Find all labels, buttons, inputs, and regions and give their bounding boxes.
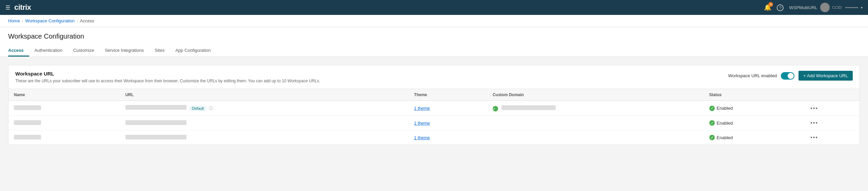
row3-more-button[interactable]: ••• <box>810 134 818 140</box>
top-navigation: ☰ citrix 🔔 9 ? WSPMultiURL CCID: •••••••… <box>0 0 868 15</box>
row1-status-cell: Enabled <box>709 106 800 111</box>
row1-url-value <box>125 105 186 110</box>
nav-left: ☰ citrix <box>5 3 31 12</box>
row1-name <box>8 101 120 116</box>
row1-domain-status-icon <box>493 106 498 111</box>
row2-more-button[interactable]: ••• <box>810 120 818 126</box>
info-icon[interactable]: ⓘ <box>209 106 213 111</box>
row1-theme: 1 theme <box>409 101 487 116</box>
ccid-label: CCID: <box>832 5 843 9</box>
col-url: URL <box>120 89 409 101</box>
tab-service-integrations[interactable]: Service Integrations <box>99 45 149 57</box>
row1-custom-domain <box>487 101 704 116</box>
toggle-slider <box>781 72 794 80</box>
row1-actions: ••• <box>805 101 860 116</box>
tab-customize[interactable]: Customize <box>68 45 99 57</box>
notification-badge: 9 <box>768 2 773 7</box>
avatar <box>820 3 830 12</box>
row3-status-icon <box>709 135 715 140</box>
col-theme: Theme <box>409 89 487 101</box>
table-body: Default ⓘ 1 theme <box>8 101 860 145</box>
row1-name-value <box>14 105 41 110</box>
breadcrumb-workspace-config[interactable]: Workspace Configuration <box>25 18 75 23</box>
table-header: Name URL Theme Custom Domain Status <box>8 89 860 101</box>
row3-status-cell: Enabled <box>709 135 800 140</box>
row2-url <box>120 116 409 130</box>
col-status: Status <box>704 89 805 101</box>
row2-actions: ••• <box>805 116 860 130</box>
card-header-left: Workspace URL These are the URLs your su… <box>15 71 320 83</box>
breadcrumb-current: Access <box>80 18 94 23</box>
row2-name <box>8 116 120 130</box>
row3-url-value <box>125 135 186 140</box>
username: WSPMultiURL <box>789 5 817 10</box>
row2-status-icon <box>709 120 715 126</box>
tab-authentication[interactable]: Authentication <box>29 45 68 57</box>
tab-access[interactable]: Access <box>8 45 29 57</box>
workspace-url-toggle[interactable] <box>781 72 794 80</box>
table-row: 1 theme Enabled ••• <box>8 116 860 130</box>
hamburger-menu-icon[interactable]: ☰ <box>5 4 10 11</box>
col-custom-domain: Custom Domain <box>487 89 704 101</box>
card-header: Workspace URL These are the URLs your su… <box>8 65 860 89</box>
row3-name-value <box>14 135 41 140</box>
table-row: Default ⓘ 1 theme <box>8 101 860 116</box>
workspace-url-table: Name URL Theme Custom Domain Status <box>8 89 860 145</box>
table-row: 1 theme Enabled ••• <box>8 130 860 145</box>
row1-theme-link[interactable]: 1 theme <box>414 106 430 111</box>
breadcrumb: Home › Workspace Configuration › Access <box>0 15 868 27</box>
row2-status-text: Enabled <box>717 121 733 126</box>
ccid-value: •••••••••• <box>845 5 858 9</box>
tab-sites[interactable]: Sites <box>149 45 170 57</box>
row2-url-value <box>125 120 186 125</box>
row2-status: Enabled <box>704 116 805 130</box>
card-title: Workspace URL <box>15 71 320 77</box>
breadcrumb-separator-1: › <box>22 19 23 23</box>
row1-default-badge: Default <box>190 106 206 111</box>
col-actions <box>805 89 860 101</box>
row3-status-text: Enabled <box>717 135 733 140</box>
row3-actions: ••• <box>805 130 860 145</box>
row1-url: Default ⓘ <box>120 101 409 116</box>
row2-custom-domain <box>487 116 704 130</box>
row3-custom-domain <box>487 130 704 145</box>
main-content: Workspace URL These are the URLs your su… <box>0 57 868 153</box>
row3-theme-link[interactable]: 1 theme <box>414 135 430 140</box>
row2-theme-link[interactable]: 1 theme <box>414 121 430 126</box>
workspace-url-card: Workspace URL These are the URLs your su… <box>8 65 860 145</box>
help-icon[interactable]: ? <box>777 4 784 11</box>
user-section[interactable]: WSPMultiURL CCID: •••••••••• ▾ <box>789 3 863 12</box>
row2-theme: 1 theme <box>409 116 487 130</box>
card-header-right: Workspace URL enabled + Add Workspace UR… <box>728 71 853 81</box>
row1-domain-value <box>501 105 556 110</box>
col-name: Name <box>8 89 120 101</box>
toggle-label: Workspace URL enabled <box>728 73 777 78</box>
row3-theme: 1 theme <box>409 130 487 145</box>
citrix-logo: citrix <box>14 3 31 12</box>
tabs-container: Access Authentication Customize Service … <box>8 45 860 57</box>
workspace-url-table-container: Name URL Theme Custom Domain Status <box>8 89 860 145</box>
row3-url <box>120 130 409 145</box>
page-title: Workspace Configuration <box>8 33 860 40</box>
row3-status: Enabled <box>704 130 805 145</box>
add-workspace-url-button[interactable]: + Add Workspace URL <box>798 71 853 81</box>
chevron-down-icon: ▾ <box>861 6 863 9</box>
row1-status-icon <box>709 106 715 111</box>
row3-name <box>8 130 120 145</box>
tab-app-configuration[interactable]: App Configuration <box>170 45 216 57</box>
row1-more-button[interactable]: ••• <box>810 105 818 111</box>
row1-status-text: Enabled <box>717 106 733 111</box>
row1-status: Enabled <box>704 101 805 116</box>
notification-icon[interactable]: 🔔 9 <box>764 4 771 11</box>
row2-status-cell: Enabled <box>709 120 800 126</box>
nav-right: 🔔 9 ? WSPMultiURL CCID: •••••••••• ▾ <box>764 3 863 12</box>
row2-name-value <box>14 120 41 125</box>
page-header: Workspace Configuration Access Authentic… <box>0 27 868 57</box>
breadcrumb-home[interactable]: Home <box>8 18 20 23</box>
breadcrumb-separator-2: › <box>77 19 78 23</box>
card-description: These are the URLs your subscriber will … <box>15 79 320 83</box>
